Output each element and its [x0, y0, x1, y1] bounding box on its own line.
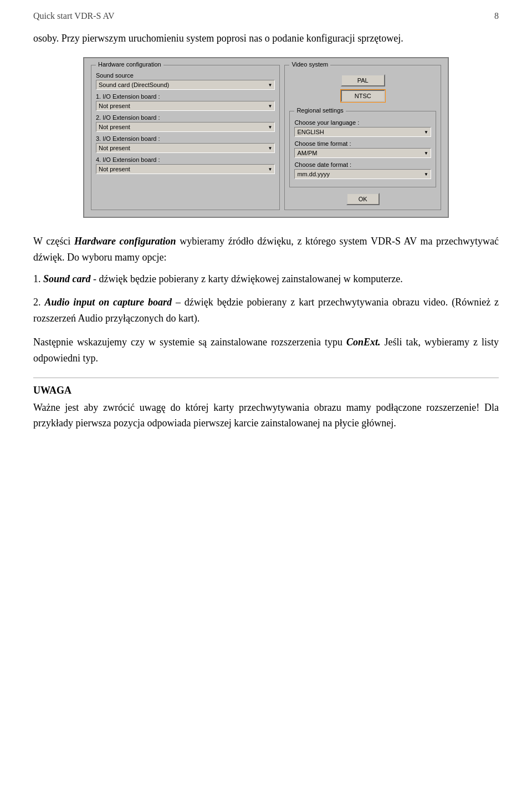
dialog-screenshot: Hardware configuration Sound source Soun…	[33, 57, 499, 218]
ok-button[interactable]: OK	[346, 193, 380, 205]
ntsc-button[interactable]: NTSC	[341, 90, 385, 102]
regional-settings-panel: Regional settings Choose your language :…	[289, 111, 436, 187]
hardware-config-dialog: Hardware configuration Sound source Soun…	[83, 57, 449, 218]
intro-paragraph: osoby. Przy pierwszym uruchomieniu syste…	[33, 31, 499, 46]
time-format-dropdown[interactable]: AM/PM	[294, 148, 431, 158]
note-text: Ważne jest aby zwrócić uwagę do której k…	[33, 400, 499, 432]
video-panel-label: Video system	[289, 61, 330, 68]
item2-label: Audio input on capture board	[44, 297, 172, 308]
hardware-panel: Hardware configuration Sound source Soun…	[91, 65, 280, 210]
list-item-1: 1. Sound card - dźwięk będzie pobierany …	[33, 271, 499, 287]
sound-card-dropdown[interactable]: Sound card (DirectSound)	[96, 80, 275, 90]
io-board-4-dropdown[interactable]: Not present	[96, 164, 275, 174]
date-format-field: Choose date format : mm.dd.yyyy	[294, 161, 431, 179]
language-label: Choose your language :	[294, 119, 431, 126]
item1-number: 1.	[33, 273, 41, 284]
hardware-panel-label: Hardware configuration	[96, 61, 163, 68]
page-number: 8	[494, 11, 499, 21]
hardware-config-term: Hardware configuration	[74, 236, 176, 247]
io-board-4: 4. I/O Extension board : Not present	[96, 156, 275, 174]
item1-text: - dźwięk będzie pobierany z karty dźwięk…	[93, 273, 403, 284]
date-format-dropdown[interactable]: mm.dd.yyyy	[294, 169, 431, 179]
doc-title: Quick start VDR-S AV	[33, 11, 115, 21]
hardware-intro-paragraph: W części Hardware configuration wybieram…	[33, 233, 499, 266]
video-panel: Video system PAL NTSC Regional settings …	[284, 65, 441, 210]
io-board-3-dropdown[interactable]: Not present	[96, 143, 275, 153]
item2-number: 2.	[33, 297, 41, 308]
io-board-1-dropdown[interactable]: Not present	[96, 101, 275, 111]
io-board-1: 1. I/O Extension board : Not present	[96, 93, 275, 111]
body-section: W części Hardware configuration wybieram…	[33, 233, 499, 366]
conext-paragraph: Następnie wskazujemy czy w systemie są z…	[33, 334, 499, 366]
language-field: Choose your language : ENGLISH	[294, 119, 431, 137]
sound-source-label: Sound source	[96, 72, 275, 79]
date-format-label: Choose date format :	[294, 161, 431, 168]
time-format-label: Choose time format :	[294, 140, 431, 147]
io-board-2-dropdown[interactable]: Not present	[96, 122, 275, 132]
conext-label: ConExt.	[346, 337, 381, 348]
io-board-1-label: 1. I/O Extension board :	[96, 93, 275, 100]
note-title: UWAGA	[33, 385, 499, 396]
io-board-2: 2. I/O Extension board : Not present	[96, 114, 275, 132]
pal-button[interactable]: PAL	[341, 74, 385, 86]
io-board-4-label: 4. I/O Extension board :	[96, 156, 275, 163]
item1-label: Sound card	[43, 273, 91, 284]
time-format-field: Choose time format : AM/PM	[294, 140, 431, 158]
io-board-3: 3. I/O Extension board : Not present	[96, 135, 275, 153]
io-board-3-label: 3. I/O Extension board :	[96, 135, 275, 142]
sound-source-field: Sound source Sound card (DirectSound)	[96, 72, 275, 90]
io-board-2-label: 2. I/O Extension board :	[96, 114, 275, 121]
note-section: UWAGA Ważne jest aby zwrócić uwagę do kt…	[33, 378, 499, 432]
list-item-2: 2. Audio input on capture board – dźwięk…	[33, 294, 499, 327]
regional-panel-label: Regional settings	[294, 107, 345, 114]
language-dropdown[interactable]: ENGLISH	[294, 127, 431, 137]
